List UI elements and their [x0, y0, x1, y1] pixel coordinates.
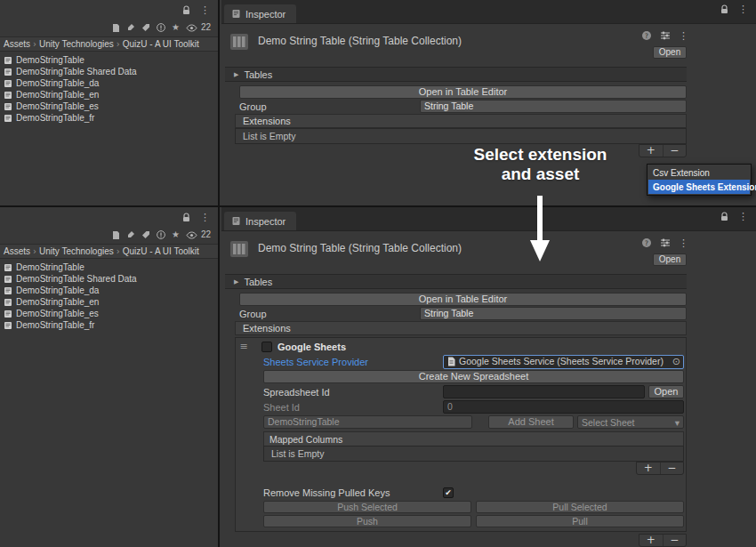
breadcrumb-unity-technologies[interactable]: Unity Technologies: [39, 246, 114, 256]
sheet-id-field[interactable]: 0: [443, 400, 684, 414]
asset-list-item[interactable]: DemoStringTable Shared Data: [4, 66, 218, 77]
open-in-table-editor-button[interactable]: Open in Table Editor: [239, 293, 687, 306]
tables-foldout[interactable]: ▶ Tables: [225, 274, 687, 289]
edit-icon[interactable]: [126, 23, 135, 32]
label-icon[interactable]: [141, 230, 150, 239]
tables-label: Tables: [244, 69, 272, 80]
asset-list-item[interactable]: DemoStringTable: [4, 54, 218, 66]
breadcrumb-quizu[interactable]: QuizU - A UI Toolkit: [123, 246, 199, 256]
asset-list-item[interactable]: DemoStringTable_fr: [4, 319, 218, 331]
spreadsheet-open-button[interactable]: Open: [648, 385, 684, 398]
lock-icon[interactable]: [720, 4, 728, 14]
edit-icon[interactable]: [126, 230, 135, 239]
provider-value: Google Sheets Service (Sheets Service Pr…: [459, 356, 669, 367]
asset-name: DemoStringTable Shared Data: [16, 274, 137, 284]
drag-handle-icon[interactable]: ≡: [237, 342, 250, 351]
add-button[interactable]: +: [639, 535, 663, 546]
help-icon[interactable]: ?: [641, 30, 652, 41]
lock-icon[interactable]: [182, 5, 190, 15]
inspector-content: Open in Table Editor Group String Table …: [221, 289, 756, 547]
open-button[interactable]: Open: [653, 46, 687, 59]
breadcrumb-unity-technologies[interactable]: Unity Technologies: [39, 39, 114, 49]
tables-foldout[interactable]: ▶ Tables: [225, 67, 687, 82]
favorite-icon[interactable]: ★: [172, 23, 180, 32]
remove-button[interactable]: −: [663, 145, 687, 157]
select-sheet-dropdown[interactable]: Select Sheet ▾: [577, 415, 684, 429]
context-menu-icon[interactable]: ⋮: [679, 31, 688, 41]
add-button[interactable]: +: [639, 145, 663, 157]
visibility-icon[interactable]: [186, 231, 197, 239]
window-menu-icon[interactable]: ⋮: [738, 212, 748, 221]
breadcrumb-separator-icon: ›: [33, 39, 36, 49]
asset-list-item[interactable]: DemoStringTable_es: [4, 101, 218, 112]
extensions-header: Extensions: [235, 114, 687, 128]
asset-list-item[interactable]: DemoStringTable_fr: [4, 112, 218, 124]
pull-selected-button[interactable]: Pull Selected: [476, 501, 684, 513]
asset-list-item[interactable]: DemoStringTable_en: [4, 296, 218, 308]
project-panel: ⋮ ★ 22 Assets › Unity Technologies › Qui…: [0, 207, 220, 547]
info-icon[interactable]: [157, 230, 165, 239]
window-menu-icon[interactable]: ⋮: [200, 5, 210, 15]
push-button[interactable]: Push: [263, 515, 471, 527]
menu-item-csv-extension[interactable]: Csv Extension: [648, 165, 750, 180]
asset-list-item[interactable]: DemoStringTable Shared Data: [4, 273, 218, 285]
add-sheet-button[interactable]: Add Sheet: [488, 415, 574, 429]
hidden-count: 22: [201, 23, 211, 32]
asset-list-item[interactable]: DemoStringTable: [4, 261, 218, 273]
lock-icon[interactable]: [182, 213, 190, 222]
asset-list-item[interactable]: DemoStringTable_da: [4, 285, 218, 296]
breadcrumb-assets[interactable]: Assets: [4, 246, 30, 256]
doc-icon[interactable]: [112, 230, 120, 240]
open-in-table-editor-button[interactable]: Open in Table Editor: [239, 85, 687, 99]
context-menu-icon[interactable]: ⋮: [679, 238, 688, 248]
remove-button[interactable]: −: [660, 463, 684, 474]
favorite-icon[interactable]: ★: [172, 230, 180, 239]
remove-missing-checkbox[interactable]: ✔: [443, 487, 454, 498]
spreadsheet-id-field[interactable]: [443, 385, 645, 398]
header-icons: ? ⋮: [641, 237, 688, 248]
lock-icon[interactable]: [720, 212, 728, 221]
string-table-collection-icon: [228, 30, 251, 61]
asset-list-item[interactable]: DemoStringTable_en: [4, 89, 218, 101]
sheet-name-field[interactable]: DemoStringTable: [263, 415, 472, 429]
spreadsheet-id-row: Spreadsheet Id Open: [263, 385, 684, 398]
open-button[interactable]: Open: [653, 253, 687, 266]
breadcrumb-quizu[interactable]: QuizU - A UI Toolkit: [123, 39, 199, 49]
doc-icon[interactable]: [112, 23, 120, 33]
tab-inspector[interactable]: Inspector: [224, 4, 296, 23]
string-table-asset-icon: [4, 91, 12, 100]
extension-enabled-checkbox[interactable]: [261, 342, 272, 352]
label-icon[interactable]: [141, 23, 150, 32]
remove-button[interactable]: −: [663, 535, 687, 546]
asset-list-item[interactable]: DemoStringTable_es: [4, 308, 218, 319]
visibility-icon[interactable]: [186, 24, 197, 32]
breadcrumb-assets[interactable]: Assets: [4, 39, 30, 49]
string-table-asset-icon: [4, 102, 12, 111]
window-menu-icon[interactable]: ⋮: [200, 213, 210, 222]
unity-editor-screen: ⋮ ★ 22 Assets › Unity Technologies › Qui…: [0, 0, 756, 547]
presets-icon[interactable]: [660, 238, 671, 247]
group-field[interactable]: String Table: [420, 307, 687, 320]
presets-icon[interactable]: [660, 31, 671, 40]
object-picker-icon[interactable]: ⊙: [672, 357, 680, 366]
inspector-title: Demo String Table (String Table Collecti…: [258, 237, 462, 269]
window-menu-icon[interactable]: ⋮: [738, 4, 748, 14]
sheets-service-provider-field[interactable]: Google Sheets Service (Sheets Service Pr…: [443, 355, 684, 369]
tab-inspector[interactable]: Inspector: [224, 212, 296, 230]
help-icon[interactable]: ?: [641, 237, 652, 248]
asset-name: DemoStringTable_fr: [16, 113, 94, 123]
asset-name: DemoStringTable_en: [16, 297, 99, 307]
add-button[interactable]: +: [637, 463, 660, 474]
asset-list-item[interactable]: DemoStringTable_da: [4, 77, 218, 89]
group-field[interactable]: String Table: [420, 100, 687, 113]
pull-button[interactable]: Pull: [476, 515, 684, 527]
tab-label: Inspector: [245, 216, 286, 227]
provider-row: Sheets Service Provider Google Sheets Se…: [263, 355, 684, 368]
push-selected-button[interactable]: Push Selected: [263, 501, 471, 513]
info-icon[interactable]: [157, 23, 165, 32]
menu-item-google-sheets-extension[interactable]: Google Sheets Extension: [648, 180, 750, 194]
create-new-spreadsheet-button[interactable]: Create New Spreadsheet: [263, 370, 684, 383]
project-window-bar: ⋮: [0, 0, 218, 20]
tab-label: Inspector: [245, 9, 286, 20]
breadcrumb: Assets › Unity Technologies › QuizU - A …: [0, 36, 218, 52]
